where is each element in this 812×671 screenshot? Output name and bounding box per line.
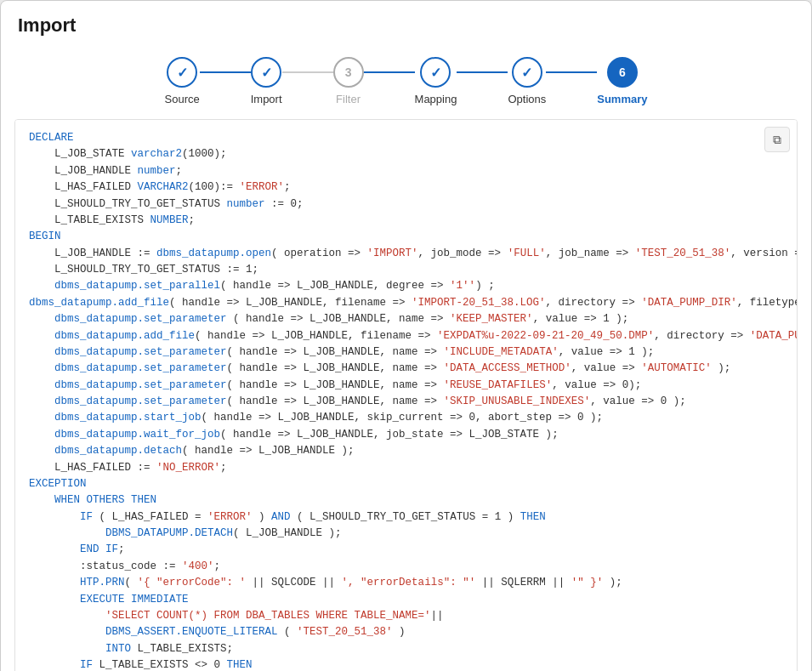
step-number-summary: 6 <box>619 65 626 79</box>
code-line-24: IF ( L_HAS_FAILED = 'ERROR' ) AND ( L_SH… <box>29 509 783 526</box>
step-circle-filter[interactable]: 3 <box>333 57 364 88</box>
copy-icon: ⧉ <box>773 133 781 147</box>
checkmark-options: ✓ <box>521 65 532 81</box>
code-line-26: END IF; <box>29 542 783 558</box>
step-circle-options[interactable]: ✓ <box>512 57 542 88</box>
step-mapping: ✓ Mapping <box>415 57 457 105</box>
step-circle-summary[interactable]: 6 <box>607 57 638 88</box>
code-line-15: dbms_datapump.set_parameter( handle => L… <box>29 361 783 377</box>
code-line-2: L_JOB_STATE varchar2(1000); <box>29 146 783 162</box>
code-line-14: dbms_datapump.set_parameter( handle => L… <box>29 344 783 361</box>
step-summary: 6 Summary <box>597 57 647 105</box>
code-line-7: BEGIN <box>29 229 783 245</box>
code-line-11: dbms_datapump.add_file( handle => L_JOB_… <box>29 295 783 311</box>
code-line-28: :status_code := '400'; <box>29 559 783 575</box>
code-line-33: DBMS_ASSERT.ENQUOTE_LITERAL ( 'TEST_20_5… <box>29 624 783 640</box>
connector-3 <box>364 71 415 73</box>
stepper: ✓ Source ✓ Import 3 Filter <box>18 47 794 119</box>
code-line-20: dbms_datapump.detach( handle => L_JOB_HA… <box>29 443 783 459</box>
code-line-17: dbms_datapump.set_parameter( handle => L… <box>29 394 783 410</box>
code-line-23: WHEN OTHERS THEN <box>29 492 783 509</box>
code-line-5: L_SHOULD_TRY_TO_GET_STATUS number := 0; <box>29 196 783 213</box>
step-number-filter: 3 <box>345 65 352 79</box>
step-label-source: Source <box>165 93 200 105</box>
code-line-4: L_HAS_FAILED VARCHAR2(100):= 'ERROR'; <box>29 179 783 196</box>
step-label-import: Import <box>251 93 282 105</box>
code-line-34: INTO L_TABLE_EXISTS; <box>29 641 783 657</box>
step-label-filter: Filter <box>336 93 361 105</box>
code-line-18: dbms_datapump.start_job( handle => L_JOB… <box>29 410 783 426</box>
step-options: ✓ Options <box>508 57 546 105</box>
code-line-25: DBMS_DATAPUMP.DETACH( L_JOB_HANDLE ); <box>29 526 783 542</box>
step-label-options: Options <box>508 93 546 105</box>
step-import: ✓ Import <box>251 57 282 105</box>
code-line-10: dbms_datapump.set_parallel( handle => L_… <box>29 278 783 294</box>
code-line-9: L_SHOULD_TRY_TO_GET_STATUS := 1; <box>29 262 783 278</box>
connector-2 <box>282 71 333 73</box>
code-line-31: EXECUTE IMMEDIATE <box>29 592 783 608</box>
code-line-16: dbms_datapump.set_parameter( handle => L… <box>29 378 783 394</box>
step-circle-mapping[interactable]: ✓ <box>420 57 451 88</box>
connector-5 <box>546 71 597 73</box>
code-line-22: EXCEPTION <box>29 476 783 492</box>
step-filter: 3 Filter <box>333 57 364 105</box>
code-display: ⧉ DECLARE L_JOB_STATE varchar2(1000); L_… <box>14 119 798 671</box>
code-line-36: IF L_TABLE_EXISTS <> 0 THEN <box>29 657 783 671</box>
checkmark-mapping: ✓ <box>430 65 441 81</box>
checkmark-source: ✓ <box>177 65 188 81</box>
code-line-13: dbms_datapump.add_file( handle => L_JOB_… <box>29 328 783 344</box>
code-line-12: dbms_datapump.set_parameter ( handle => … <box>29 311 783 327</box>
step-label-mapping: Mapping <box>415 93 457 105</box>
code-line-21: L_HAS_FAILED := 'NO_ERROR'; <box>29 460 783 476</box>
modal-title: Import <box>18 14 794 37</box>
modal-header: Import ✓ Source ✓ Import 3 <box>1 1 811 119</box>
step-circle-source[interactable]: ✓ <box>167 57 197 88</box>
copy-button[interactable]: ⧉ <box>764 127 790 152</box>
step-source: ✓ Source <box>165 57 200 105</box>
code-line-29: HTP.PRN( '{ "errorCode": ' || SQLCODE ||… <box>29 575 783 591</box>
import-modal: Import ✓ Source ✓ Import 3 <box>0 0 812 671</box>
connector-1 <box>200 71 251 73</box>
code-line-1: DECLARE <box>29 130 783 146</box>
step-circle-import[interactable]: ✓ <box>251 57 281 88</box>
code-line-32: 'SELECT COUNT(*) FROM DBA_TABLES WHERE T… <box>29 608 783 624</box>
code-line-19: dbms_datapump.wait_for_job( handle => L_… <box>29 427 783 443</box>
code-line-3: L_JOB_HANDLE number; <box>29 163 783 179</box>
code-line-6: L_TABLE_EXISTS NUMBER; <box>29 213 783 229</box>
checkmark-import: ✓ <box>261 65 272 81</box>
step-label-summary: Summary <box>597 93 647 105</box>
connector-4 <box>457 71 508 73</box>
code-line-8: L_JOB_HANDLE := dbms_datapump.open( oper… <box>29 246 783 262</box>
